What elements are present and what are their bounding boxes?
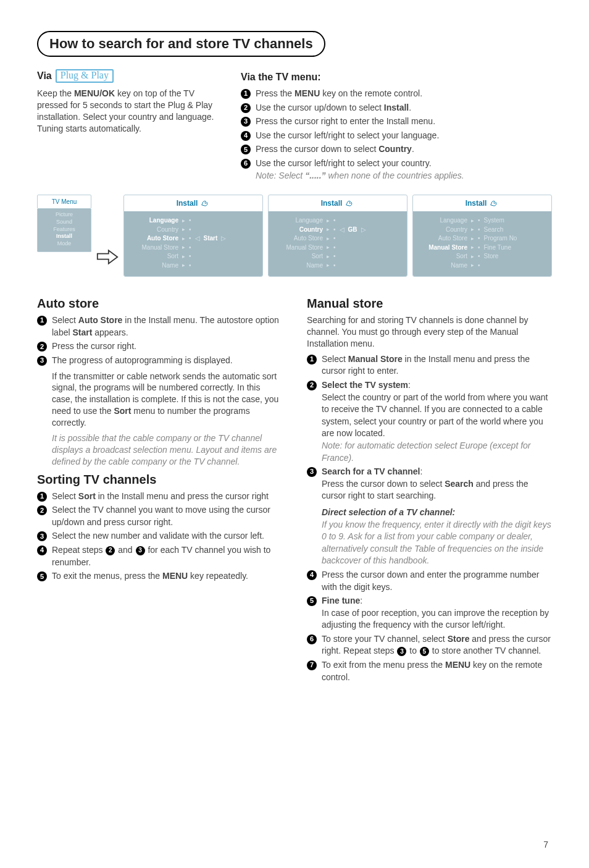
menu-preview-row: TV Menu PictureSoundFeaturesInstallMode … bbox=[37, 195, 552, 277]
auto-store-steps: 1Select Auto Store in the Install menu. … bbox=[37, 314, 282, 366]
sorting-steps: 1Select Sort in the Install menu and pre… bbox=[37, 491, 282, 583]
step-number-icon: 6 bbox=[241, 159, 251, 169]
via-tv-menu-steps: 1Press the MENU key on the remote contro… bbox=[241, 88, 552, 182]
step-number-icon: 5 bbox=[241, 145, 251, 154]
step: 3Select the new number and validate with… bbox=[37, 530, 282, 542]
step-number-icon: 1 bbox=[307, 355, 317, 364]
page-title: How to search for and store TV channels bbox=[37, 31, 325, 57]
step-number-icon: 3 bbox=[37, 531, 47, 541]
step-number-icon: 4 bbox=[241, 131, 251, 141]
step: 5To exit the menus, press the MENU key r… bbox=[37, 570, 282, 583]
plug-and-play-badge: Plug & Play bbox=[56, 69, 114, 83]
install-panel-1: Install Language ▸ • Country ▸ • Auto St… bbox=[123, 195, 263, 277]
step: 2Select the TV channel you want to move … bbox=[37, 504, 282, 528]
step: 6Use the cursor left/right to select you… bbox=[241, 158, 552, 182]
step-number-icon: 1 bbox=[37, 492, 47, 502]
panel-title: Install bbox=[321, 199, 343, 208]
step-number-icon: 3 bbox=[37, 356, 47, 366]
manual-store-steps: 1Select Manual Store in the Install menu… bbox=[307, 353, 552, 683]
step-number-icon: 7 bbox=[307, 660, 317, 670]
step-number-icon: 2 bbox=[307, 381, 317, 390]
tv-menu-panel: TV Menu PictureSoundFeaturesInstallMode bbox=[37, 195, 91, 251]
wrench-icon bbox=[201, 200, 210, 207]
page-number: 7 bbox=[543, 840, 548, 849]
step-number-icon: 5 bbox=[37, 571, 47, 581]
step-number-icon: 1 bbox=[241, 89, 251, 99]
install-panel-3: Install Language ▸ • SystemCountry ▸ • S… bbox=[412, 195, 552, 277]
manual-store-title: Manual store bbox=[307, 297, 552, 311]
wrench-icon bbox=[490, 200, 499, 207]
install-panel-2: Install Language ▸ • Country ▸ • ◁ GB ▷A… bbox=[268, 195, 407, 277]
step: 7To exit from the menu press the MENU ke… bbox=[307, 659, 552, 683]
tv-menu-body: PictureSoundFeaturesInstallMode bbox=[37, 209, 91, 251]
panel-title: Install bbox=[466, 199, 487, 208]
step: 5Fine tune:In case of poor reception, yo… bbox=[307, 595, 552, 631]
arrow-icon bbox=[96, 195, 119, 277]
via-label: Via bbox=[37, 70, 52, 82]
step: 1Select Auto Store in the Install menu. … bbox=[37, 314, 282, 339]
step-number-icon: 2 bbox=[37, 505, 47, 515]
step-number-icon: 5 bbox=[307, 596, 317, 606]
plug-and-play-text: Keep the MENU/OK key on top of the TV pr… bbox=[37, 88, 222, 135]
manual-store-intro: Searching for and storing TV channels is… bbox=[307, 314, 552, 350]
step-number-icon: 1 bbox=[37, 316, 47, 326]
step-number-icon: 3 bbox=[307, 467, 317, 477]
step: 2Use the cursor up/down to select Instal… bbox=[241, 102, 552, 114]
step-number-icon: 4 bbox=[37, 546, 47, 555]
step: 3Press the cursor right to enter the Ins… bbox=[241, 116, 552, 128]
via-tv-menu-title: Via the TV menu: bbox=[241, 72, 552, 83]
sorting-title: Sorting TV channels bbox=[37, 473, 282, 487]
auto-store-note: It is possible that the cable company or… bbox=[52, 432, 282, 468]
step: 3Search for a TV channel:Press the curso… bbox=[307, 466, 552, 502]
step: 4Repeat steps 2 and 3 for each TV channe… bbox=[37, 544, 282, 568]
step: 2Press the cursor right. bbox=[37, 340, 282, 353]
step: 4Press the cursor down and enter the pro… bbox=[307, 569, 552, 593]
step: 1Press the MENU key on the remote contro… bbox=[241, 88, 552, 100]
step: 3The progress of autoprogramming is disp… bbox=[37, 355, 282, 367]
step: 5Press the cursor down to select Country… bbox=[241, 143, 552, 156]
step: 2Select the TV system:Select the country… bbox=[307, 379, 552, 464]
tv-menu-header: TV Menu bbox=[37, 195, 91, 209]
wrench-icon bbox=[346, 200, 354, 207]
step-number-icon: 2 bbox=[241, 103, 251, 113]
step-extra: Direct selection of a TV channel:If you … bbox=[307, 504, 552, 567]
step-number-icon: 2 bbox=[37, 342, 47, 352]
step-number-icon: 4 bbox=[307, 570, 317, 580]
step-number-icon: 3 bbox=[241, 117, 251, 127]
auto-store-title: Auto store bbox=[37, 297, 282, 311]
step-number-icon: 6 bbox=[307, 634, 317, 644]
step: 1Select Manual Store in the Install menu… bbox=[307, 353, 552, 377]
step: 6To store your TV channel, select Store … bbox=[307, 633, 552, 657]
auto-store-tail: If the transmitter or cable network send… bbox=[52, 371, 282, 429]
step: 1Select Sort in the Install menu and pre… bbox=[37, 491, 282, 503]
step: 4Use the cursor left/right to select you… bbox=[241, 130, 552, 142]
panel-title: Install bbox=[177, 199, 198, 208]
